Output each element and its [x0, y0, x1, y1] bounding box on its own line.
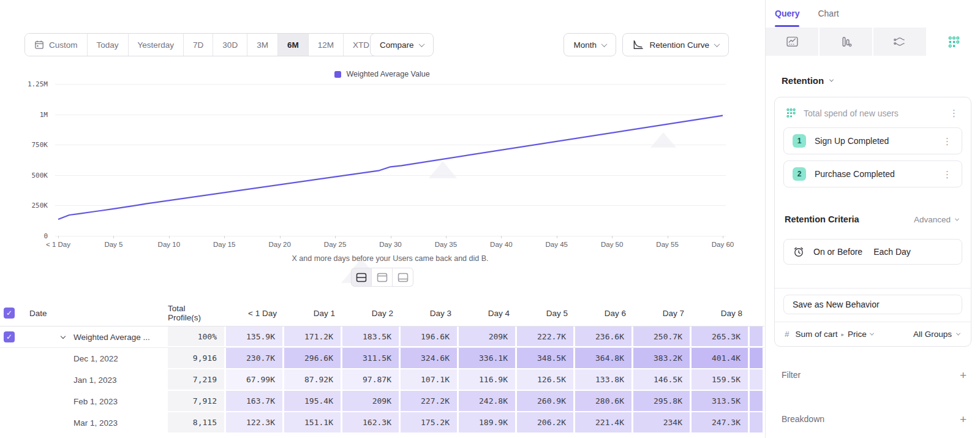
- table-row[interactable]: ✓Weighted Average ...100%135.9K171.2K183…: [0, 327, 764, 348]
- retention-value-cell: 196.6K: [401, 327, 459, 347]
- table-row[interactable]: Jan 1, 20237,21967.99K87.92K97.87K107.1K…: [0, 369, 764, 391]
- range-12m[interactable]: 12M: [308, 34, 343, 56]
- retention-criteria-label: Retention Criteria: [785, 214, 914, 224]
- report-section-heading[interactable]: Retention: [782, 75, 833, 86]
- groups-dropdown[interactable]: All Groups: [913, 330, 960, 339]
- range-7d[interactable]: 7D: [183, 34, 213, 56]
- split-view-toggle[interactable]: [351, 268, 372, 287]
- column-header-day-4[interactable]: Day 4: [459, 300, 517, 326]
- retention-curve-icon: [632, 40, 644, 50]
- column-header-date[interactable]: Date: [29, 300, 168, 326]
- query-sidebar: Query Chart: [765, 0, 980, 438]
- column-header-day-2[interactable]: Day 2: [342, 300, 401, 326]
- table-row[interactable]: Feb 1, 20237,912163.7K195.4K209K227.2K24…: [0, 391, 764, 412]
- range-30d[interactable]: 30D: [213, 34, 247, 56]
- retention-tab[interactable]: [927, 28, 980, 56]
- range-label: 7D: [193, 40, 203, 50]
- header-checkbox-cell: ✓: [0, 300, 29, 326]
- flows-icon: [893, 36, 907, 48]
- retention-value-cell: 247.3K: [692, 412, 750, 434]
- chevron-down-icon: [601, 41, 608, 47]
- x-axis-tick-mark: [113, 236, 114, 238]
- kebab-menu-icon[interactable]: ⋮: [940, 168, 954, 180]
- x-axis-tick: Day 15: [213, 241, 235, 248]
- add-breakdown-button[interactable]: +: [960, 413, 967, 425]
- table-row[interactable]: Dec 1, 20229,916230.7K296.6K311.5K324.6K…: [0, 348, 764, 369]
- insights-tab[interactable]: [766, 28, 818, 56]
- column-header-total-profile-s-[interactable]: Total Profile(s): [168, 300, 226, 326]
- retention-value-cell: 230.7K: [226, 348, 284, 369]
- range-3m[interactable]: 3M: [247, 34, 277, 56]
- save-as-new-behavior-button[interactable]: Save as New Behavior: [783, 295, 962, 314]
- column-header-day-1[interactable]: Day 1: [284, 300, 342, 326]
- range-yesterday[interactable]: Yesterday: [128, 34, 184, 56]
- row-checkbox-cell: [0, 369, 29, 391]
- toolbar: CustomTodayYesterday7D30D3M6M12MXTD Comp…: [0, 33, 764, 56]
- range-label: Today: [97, 40, 119, 50]
- chart-view-icon: [377, 273, 388, 282]
- flows-tab[interactable]: [873, 28, 926, 56]
- measure-property-dropdown[interactable]: Sum of cart ▸ Price: [796, 330, 913, 339]
- retention-value-cell: 133.8K: [575, 369, 633, 391]
- row-checkbox-cell: [0, 391, 29, 412]
- row-checkbox-cell: [0, 348, 29, 369]
- retention-value-cell: 146.5K: [633, 369, 692, 391]
- x-axis-tick: Day 20: [268, 241, 290, 248]
- range-custom[interactable]: Custom: [25, 34, 87, 56]
- chart-type-button[interactable]: Retention Curve: [622, 33, 729, 56]
- column-header-day-7[interactable]: Day 7: [633, 300, 692, 326]
- tab-chart[interactable]: Chart: [818, 0, 839, 27]
- main-panel: CustomTodayYesterday7D30D3M6M12MXTD Comp…: [0, 0, 764, 438]
- x-axis-tick: Day 50: [601, 241, 623, 248]
- column-header-partial: [750, 300, 764, 326]
- chart-view-toggle[interactable]: [372, 268, 393, 287]
- column-header-day-3[interactable]: Day 3: [401, 300, 459, 326]
- row-checkbox[interactable]: ✓: [4, 308, 15, 319]
- table-row[interactable]: Mar 1, 20238,115122.3K151.1K162.3K175.2K…: [0, 412, 764, 434]
- column-header-day-5[interactable]: Day 5: [517, 300, 575, 326]
- column-header--1-day[interactable]: < 1 Day: [226, 300, 284, 326]
- range-today[interactable]: Today: [87, 34, 128, 56]
- row-label: Mar 1, 2023: [74, 418, 118, 428]
- table-view-icon: [398, 273, 409, 282]
- triangle-separator-icon: ▸: [842, 331, 845, 338]
- table-view-toggle[interactable]: [393, 268, 413, 287]
- x-axis-tick: Day 10: [158, 241, 180, 248]
- tab-query[interactable]: Query: [775, 0, 799, 27]
- x-axis-tick-mark: [169, 236, 170, 238]
- kebab-menu-icon[interactable]: ⋮: [940, 135, 954, 147]
- compare-button[interactable]: Compare: [370, 33, 434, 56]
- row-label-cell: Weighted Average ...: [29, 327, 168, 347]
- x-axis-tick: Day 60: [712, 241, 734, 248]
- range-6m[interactable]: 6M: [277, 34, 308, 56]
- column-header-day-6[interactable]: Day 6: [575, 300, 633, 326]
- x-axis-tick: Day 45: [546, 241, 568, 248]
- legend-label: Weighted Average Value: [346, 70, 429, 78]
- column-header-day-8[interactable]: Day 8: [692, 300, 750, 326]
- total-profiles-cell: 8,115: [168, 412, 226, 434]
- measure-row: # Sum of cart ▸ Price All Groups: [775, 322, 971, 346]
- kebab-menu-icon[interactable]: ⋮: [947, 107, 961, 119]
- retention-report-page: CustomTodayYesterday7D30D3M6M12MXTD Comp…: [0, 0, 980, 438]
- retention-value-cell: 295.8K: [633, 391, 692, 412]
- row-expander-icon[interactable]: [61, 333, 66, 338]
- row-label-cell: Jan 1, 2023: [29, 369, 168, 391]
- x-axis-tick: < 1 Day: [46, 241, 70, 248]
- behavior-step-purchase-completed[interactable]: 2Purchase Completed⋮: [783, 160, 962, 187]
- add-filter-button[interactable]: +: [960, 369, 967, 381]
- report-type-tabs: [766, 28, 980, 56]
- retention-value-cell-partial: [750, 412, 764, 434]
- x-axis-tick: Day 25: [324, 241, 346, 248]
- retention-dots-icon: [786, 108, 796, 118]
- behavior-step-sign-up-completed[interactable]: 1Sign Up Completed⋮: [783, 127, 962, 154]
- criteria-condition-box[interactable]: On or Before Each Day: [783, 239, 962, 265]
- retention-value-cell: 67.99K: [226, 369, 284, 391]
- retention-value-cell: 206.2K: [517, 412, 575, 434]
- calendar-icon: [34, 40, 44, 50]
- row-checkbox[interactable]: ✓: [4, 331, 15, 342]
- criteria-condition-label: On or Before: [813, 247, 862, 257]
- criteria-mode-dropdown[interactable]: Advanced: [914, 215, 959, 224]
- funnels-tab[interactable]: [820, 28, 872, 56]
- retention-value-cell-partial: [750, 369, 764, 391]
- granularity-button[interactable]: Month: [564, 33, 616, 56]
